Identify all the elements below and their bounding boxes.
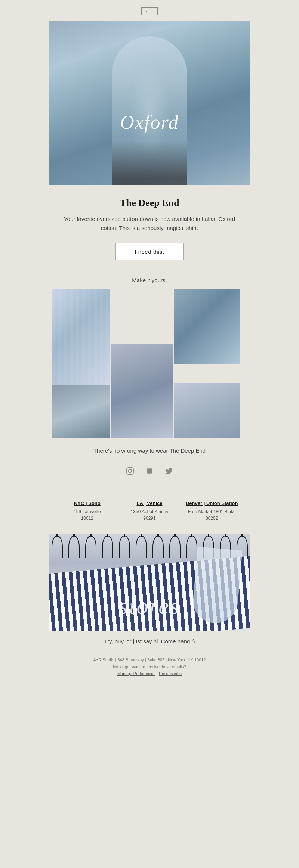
- section-title: The Deep End: [64, 197, 235, 209]
- section-deep-end: The Deep End Your favorite oversized but…: [49, 185, 250, 268]
- browser-dots: · · ·: [141, 7, 158, 15]
- store-denver-name[interactable]: Denver | Union Station: [184, 500, 239, 506]
- footer: AYR Studio | 648 Broadway | Suite 806 | …: [49, 647, 250, 685]
- store-la-address: 1350 Abbot Kinney 90291: [122, 508, 177, 522]
- hanger-3: [85, 536, 96, 558]
- collage-photo-6: [174, 383, 240, 438]
- no-wrong-way-text: There's no wrong way to wear The Deep En…: [93, 447, 206, 454]
- footer-separator: |: [157, 671, 158, 676]
- collage-photo-1: [52, 289, 110, 385]
- instagram-icon[interactable]: [125, 466, 135, 476]
- footer-unsubscribe-text: No longer want to receive these emails?: [64, 664, 235, 671]
- stores-overlay-text: stores: [119, 593, 180, 619]
- store-denver-address: Free Market 1801 Blake 80202: [184, 508, 239, 522]
- hanger-4: [102, 536, 113, 558]
- unsubscribe-link[interactable]: Unsubscribe: [159, 671, 182, 676]
- collage-grid: [49, 289, 250, 438]
- store-denver: Denver | Union Station Free Market 1801 …: [181, 500, 243, 522]
- store-la-name[interactable]: LA | Venice: [122, 500, 177, 506]
- hero-image: Oxford: [49, 21, 250, 185]
- store-la: LA | Venice 1350 Abbot Kinney 90291: [118, 500, 181, 522]
- photo-collage: [49, 289, 250, 438]
- hero-person: [112, 36, 187, 185]
- hanger-9: [186, 536, 197, 558]
- try-buy-section: Try, buy, or just say hi. Come hang :): [49, 631, 250, 647]
- footer-address: AYR Studio | 648 Broadway | Suite 806 | …: [64, 656, 235, 664]
- store-nyc-address: 199 Lafayette 10012: [60, 508, 115, 522]
- hero-container: Oxford: [49, 21, 250, 185]
- store-nyc-name[interactable]: NYC | Soho: [60, 500, 115, 506]
- footer-links-row: Manage Preferences | Unsubscribe: [64, 670, 235, 677]
- pinterest-icon[interactable]: [144, 466, 155, 476]
- cta-button[interactable]: I need this.: [115, 243, 183, 260]
- top-bar: · · ·: [49, 7, 250, 15]
- collage-photo-3: [174, 289, 240, 364]
- manage-preferences-link[interactable]: Manage Preferences: [117, 671, 155, 676]
- section-divider: [108, 488, 191, 488]
- stores-section: NYC | Soho 199 Lafayette 10012 LA | Veni…: [49, 500, 250, 534]
- hero-brand-text: Oxford: [120, 111, 179, 133]
- section-description: Your favorite oversized button-down is n…: [64, 215, 235, 232]
- hanger-7: [152, 536, 164, 558]
- hanger-5: [119, 536, 130, 558]
- social-icons-row: [49, 460, 250, 485]
- make-it-yours-text: Make it yours.: [49, 268, 250, 289]
- hanger-6: [136, 536, 147, 558]
- svg-rect-0: [147, 468, 152, 473]
- store-nyc: NYC | Soho 199 Lafayette 10012: [56, 500, 118, 522]
- twitter-icon[interactable]: [164, 466, 174, 476]
- stores-photo: stores: [49, 534, 250, 631]
- hanger-8: [169, 536, 181, 558]
- try-buy-text: Try, buy, or just say hi. Come hang :): [104, 638, 195, 644]
- hanger-1: [52, 536, 63, 558]
- make-it-yours-label: Make it yours.: [132, 277, 167, 283]
- no-wrong-way-section: There's no wrong way to wear The Deep En…: [49, 438, 250, 460]
- hanger-2: [68, 536, 80, 558]
- collage-photo-5: [111, 344, 173, 438]
- collage-photo-4: [52, 383, 110, 438]
